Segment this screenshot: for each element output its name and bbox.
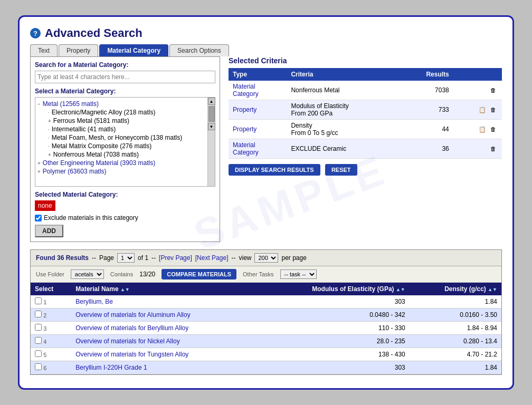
delete-icon-2[interactable]: 🗑 (488, 105, 498, 114)
col-type: Type (229, 68, 287, 81)
expand-other-eng[interactable]: + (37, 160, 41, 166)
task-select[interactable]: -- task -- (280, 269, 317, 279)
col-select: Select (31, 283, 71, 295)
row-checkbox-6[interactable] (35, 363, 42, 370)
expand-matrix[interactable]: · (48, 143, 50, 149)
expand-electronic[interactable]: · (48, 110, 50, 115)
selected-category-value: none (35, 200, 55, 211)
row-checkbox-3[interactable] (35, 324, 42, 331)
row-num-6: 6 (43, 365, 46, 371)
link-other-eng[interactable]: Other Engineering Material (3903 matls) (43, 159, 155, 167)
exclude-row: Exclude materials in this category (35, 214, 215, 221)
sort-density[interactable]: ▲▼ (488, 287, 497, 292)
per-page-text: per page (281, 254, 306, 262)
row-num-2: 2 (43, 312, 46, 319)
tabs-row: Text Property Material Category Search O… (30, 44, 502, 56)
row-checkbox-5[interactable] (35, 350, 42, 357)
row-num-5: 5 (43, 352, 46, 358)
scroll-down-btn[interactable]: ▼ (208, 123, 215, 130)
select-cell-4: 4 (31, 335, 71, 348)
tab-material-category[interactable]: Material Category (99, 44, 168, 56)
table-row: 4 Overview of materials for Nickel Alloy… (31, 335, 501, 348)
delete-icon-1[interactable]: 🗑 (488, 85, 498, 95)
tab-property[interactable]: Property (59, 44, 98, 56)
next-page-link[interactable]: [Next Page] (195, 254, 229, 262)
row-checkbox-2[interactable] (35, 311, 42, 317)
type-link-4[interactable]: MaterialCategory (233, 141, 259, 156)
material-link-6[interactable]: Beryllium I-220H Grade 1 (75, 364, 147, 371)
criteria-cell-2: Modulus of ElasticityFrom 200 GPa (287, 100, 400, 120)
results-4: 36 (400, 139, 453, 159)
view-select[interactable]: 200 (254, 253, 278, 263)
row-checkbox-1[interactable] (35, 297, 42, 304)
link-metal[interactable]: Metal (12565 matls) (43, 100, 99, 108)
row-checkbox-4[interactable] (35, 337, 42, 344)
material-link-2[interactable]: Overview of materials for Aluminum Alloy (75, 311, 190, 319)
compare-materials-button[interactable]: COMPARE MATERIALS (162, 269, 236, 279)
prev-page-link[interactable]: [Prev Page] (159, 254, 192, 262)
tree-item-other-eng: + Other Engineering Material (3903 matls… (37, 159, 205, 167)
type-link-2[interactable]: Property (233, 106, 256, 113)
edit-icon-3[interactable]: 📋 (478, 124, 487, 134)
sort-modulus[interactable]: ▲▼ (396, 287, 405, 292)
material-name-6: Beryllium I-220H Grade 1 (71, 361, 256, 374)
material-link-1[interactable]: Beryllium, Be (75, 298, 113, 305)
results-section: Found 36 Results -- Page 1 of 1 -- [Prev… (30, 249, 502, 375)
density-3: 1.84 - 8.94 (410, 322, 501, 335)
material-search-input[interactable] (35, 71, 215, 83)
expand-foam[interactable]: · (48, 135, 50, 141)
help-icon[interactable]: ? (30, 28, 41, 38)
material-link-3[interactable]: Overview of materials for Beryllium Allo… (75, 324, 188, 332)
criteria-row-3: Property DensityFrom 0 To 5 g/cc 44 📋🗑 (229, 120, 502, 139)
tab-search-options[interactable]: Search Options (169, 44, 229, 56)
tree-item-intermetallic: · Intermetallic (41 matls) (37, 125, 205, 133)
expand-intermetallic[interactable]: · (48, 127, 50, 132)
table-row: 3 Overview of materials for Beryllium Al… (31, 322, 501, 335)
contains-label: Contains (110, 271, 133, 277)
reset-button[interactable]: RESET (325, 164, 357, 176)
left-panel: Search for a Material Category: Select a… (30, 56, 220, 242)
modulus-3: 110 - 330 (256, 322, 410, 335)
link-polymer[interactable]: Polymer (63603 matls) (43, 168, 107, 175)
select-cell-2: 2 (31, 308, 71, 322)
label-nonferrous: Nonferrous Metal (7038 matls) (53, 151, 139, 158)
col-density: Density (g/cc) ▲▼ (410, 283, 501, 295)
material-link-5[interactable]: Overview of materials for Tungsten Alloy (75, 351, 188, 358)
expand-ferrous[interactable]: + (48, 118, 51, 124)
sort-name[interactable]: ▲▼ (120, 287, 130, 292)
display-search-results-button[interactable]: DISPLAY SEARCH RESULTS (229, 164, 320, 176)
expand-metal[interactable]: − (37, 101, 41, 107)
page-select[interactable]: 1 (117, 253, 135, 263)
tree-inner: − Metal (12565 matls) · Electronic/Magne… (35, 98, 207, 186)
expand-nonferrous[interactable]: + (48, 152, 51, 158)
criteria-row-1: MaterialCategory Nonferrous Metal 7038 🗑 (229, 81, 502, 100)
scroll-up-btn[interactable]: ▲ (208, 98, 215, 105)
page-label: Page (99, 254, 114, 262)
label-matrix: Metal Matrix Composite (276 matls) (52, 142, 151, 150)
scroll-thumb[interactable] (208, 106, 215, 122)
modulus-5: 138 - 430 (256, 348, 410, 361)
tab-text[interactable]: Text (30, 44, 58, 56)
edit-icon-2[interactable]: 📋 (478, 105, 487, 114)
type-link-1[interactable]: MaterialCategory (233, 83, 259, 98)
material-name-3: Overview of materials for Beryllium Allo… (71, 322, 256, 335)
content-area: Search for a Material Category: Select a… (30, 56, 502, 242)
dash-2: -- (151, 254, 156, 262)
delete-icon-4[interactable]: 🗑 (488, 144, 498, 153)
type-link-3[interactable]: Property (233, 126, 256, 133)
tree-item-polymer: + Polymer (63603 matls) (37, 167, 205, 176)
selected-category-label: Selected Material Category: (35, 191, 215, 198)
material-name-4: Overview of materials for Nickel Alloy (71, 335, 256, 348)
density-4: 0.280 - 13.4 (410, 335, 501, 348)
material-link-4[interactable]: Overview of materials for Nickel Alloy (75, 338, 179, 345)
expand-polymer[interactable]: + (37, 169, 41, 175)
delete-icon-3[interactable]: 🗑 (488, 124, 498, 134)
exclude-checkbox[interactable] (35, 215, 42, 221)
col-actions (453, 68, 502, 81)
results-3: 44 (400, 120, 453, 139)
found-results-text: Found 36 Results (36, 254, 89, 262)
folder-select[interactable]: acetals (71, 269, 104, 279)
material-name-1: Beryllium, Be (71, 295, 256, 308)
add-button[interactable]: ADD (35, 225, 63, 237)
criteria-cell-3: DensityFrom 0 To 5 g/cc (287, 120, 400, 139)
